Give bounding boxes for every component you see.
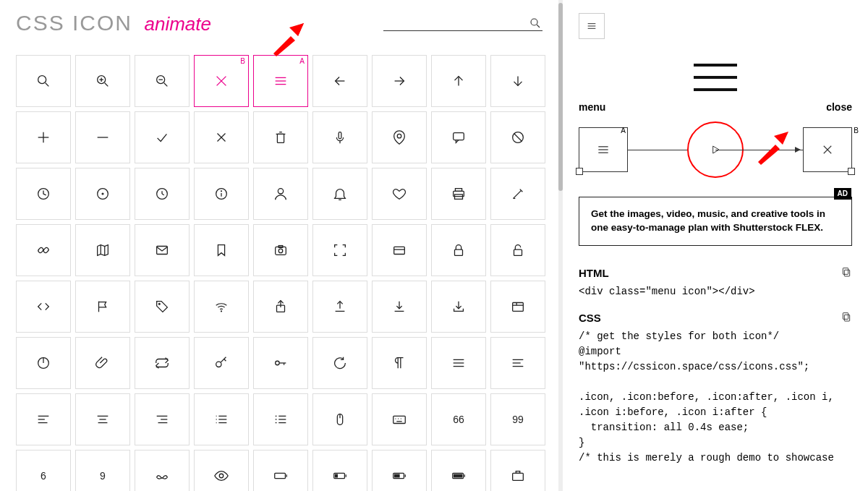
svg-line-79	[224, 359, 226, 362]
icon-cell-user[interactable]	[253, 168, 308, 220]
icon-cell-list[interactable]	[194, 393, 249, 445]
icon-cell-edit[interactable]	[490, 168, 545, 220]
link-icon	[35, 242, 51, 258]
icon-cell-9[interactable]: 9	[75, 450, 130, 491]
from-icon-box[interactable]: A	[579, 127, 628, 172]
download-icon	[391, 299, 407, 315]
icon-cell-close[interactable]: B	[194, 55, 249, 107]
icon-cell-link[interactable]	[16, 224, 71, 276]
icon-cell-align-right[interactable]	[135, 393, 190, 445]
icon-cell-repeat[interactable]	[135, 337, 190, 389]
icon-cell-6[interactable]: 6	[16, 450, 71, 491]
icon-cell-66[interactable]: 66	[431, 393, 486, 445]
icon-cell-attach[interactable]	[75, 337, 130, 389]
icon-cell-heart[interactable]	[372, 168, 427, 220]
icon-cell-eye[interactable]	[194, 450, 249, 491]
icon-cell-battery-mid[interactable]	[372, 450, 427, 491]
trash-icon	[273, 129, 289, 145]
icon-cell-trash[interactable]	[253, 111, 308, 163]
svg-rect-31	[454, 133, 464, 140]
copy-css-icon[interactable]	[841, 311, 852, 325]
info-icon	[213, 186, 229, 202]
icon-cell-zoom-out[interactable]	[135, 55, 190, 107]
target-icon	[95, 186, 111, 202]
icon-cell-menu[interactable]: A	[253, 55, 308, 107]
wifi-icon	[213, 299, 229, 315]
search-icon[interactable]	[528, 16, 542, 30]
icon-cell-zoom-in[interactable]	[75, 55, 130, 107]
icon-cell-battery-full[interactable]	[431, 450, 486, 491]
icon-cell-moustache[interactable]	[135, 450, 190, 491]
icon-cell-plus[interactable]	[16, 111, 71, 163]
icon-cell-camera[interactable]	[253, 224, 308, 276]
icon-cell-justify[interactable]	[431, 337, 486, 389]
fullscreen-icon	[332, 242, 348, 258]
icon-cell-arrow-up[interactable]	[431, 55, 486, 107]
tag-icon	[154, 299, 170, 315]
to-icon-box[interactable]: B	[803, 127, 852, 172]
icon-cell-x[interactable]	[194, 111, 249, 163]
icon-cell-lock[interactable]	[431, 224, 486, 276]
icon-cell-download-alt[interactable]	[431, 281, 486, 333]
icon-cell-watch[interactable]	[135, 168, 190, 220]
icon-cell-align[interactable]	[490, 337, 545, 389]
icon-cell-key-alt[interactable]	[253, 337, 308, 389]
icon-cell-flag[interactable]	[75, 281, 130, 333]
svg-rect-61	[514, 249, 522, 255]
scrollbar[interactable]	[558, 0, 563, 491]
icon-cell-arrow-right[interactable]	[372, 55, 427, 107]
panel-menu-button[interactable]	[579, 13, 605, 39]
search-input[interactable]	[383, 17, 528, 29]
animate-link[interactable]: animate	[144, 13, 211, 35]
icon-cell-download[interactable]	[372, 281, 427, 333]
icon-cell-power[interactable]	[16, 337, 71, 389]
icon-cell-tab[interactable]	[490, 281, 545, 333]
icon-cell-ban[interactable]	[490, 111, 545, 163]
copy-html-icon[interactable]	[841, 266, 852, 280]
icon-cell-check[interactable]	[135, 111, 190, 163]
icon-cell-pilcrow[interactable]	[372, 337, 427, 389]
icon-cell-list-alt[interactable]	[253, 393, 308, 445]
icon-cell-clock[interactable]	[16, 168, 71, 220]
icon-cell-key[interactable]	[194, 337, 249, 389]
icon-cell-unlock[interactable]	[490, 224, 545, 276]
icon-cell-arrow-left[interactable]	[312, 55, 367, 107]
mouse-icon	[332, 411, 348, 427]
icon-cell-map[interactable]	[75, 224, 130, 276]
icon-cell-minus[interactable]	[75, 111, 130, 163]
icon-cell-comment[interactable]	[431, 111, 486, 163]
icon-cell-card[interactable]	[372, 224, 427, 276]
icon-cell-arrow-down[interactable]	[490, 55, 545, 107]
icon-cell-magnify[interactable]	[16, 55, 71, 107]
svg-rect-54	[157, 247, 168, 255]
icon-cell-share[interactable]	[253, 281, 308, 333]
icon-cell-bookmark[interactable]	[194, 224, 249, 276]
icon-cell-align-center[interactable]	[75, 393, 130, 445]
close-icon	[213, 73, 229, 89]
icon-cell-pin[interactable]	[372, 111, 427, 163]
icon-cell-keyboard[interactable]	[372, 393, 427, 445]
icon-cell-battery-low[interactable]	[312, 450, 367, 491]
icon-cell-wifi[interactable]	[194, 281, 249, 333]
icon-cell-briefcase[interactable]	[490, 450, 545, 491]
icon-cell-bell[interactable]	[312, 168, 367, 220]
icon-cell-printer[interactable]	[431, 168, 486, 220]
icon-cell-99[interactable]: 99	[490, 393, 545, 445]
icon-cell-info[interactable]	[194, 168, 249, 220]
icon-cell-align-left[interactable]	[16, 393, 71, 445]
icon-cell-mic[interactable]	[312, 111, 367, 163]
menu-icon	[273, 73, 289, 89]
minus-icon	[95, 129, 111, 145]
icon-cell-fullscreen[interactable]	[312, 224, 367, 276]
icon-cell-refresh[interactable]	[312, 337, 367, 389]
icon-cell-mail[interactable]	[135, 224, 190, 276]
icon-cell-tag[interactable]	[135, 281, 190, 333]
icon-cell-battery-empty[interactable]	[253, 450, 308, 491]
icon-cell-upload[interactable]	[312, 281, 367, 333]
icon-cell-code[interactable]	[16, 281, 71, 333]
icon-cell-mouse[interactable]	[312, 393, 367, 445]
icon-cell-target[interactable]	[75, 168, 130, 220]
flag-icon	[95, 299, 111, 315]
search-field[interactable]	[383, 16, 542, 31]
ad-box[interactable]: AD Get the images, video, music, and cre…	[579, 197, 852, 246]
